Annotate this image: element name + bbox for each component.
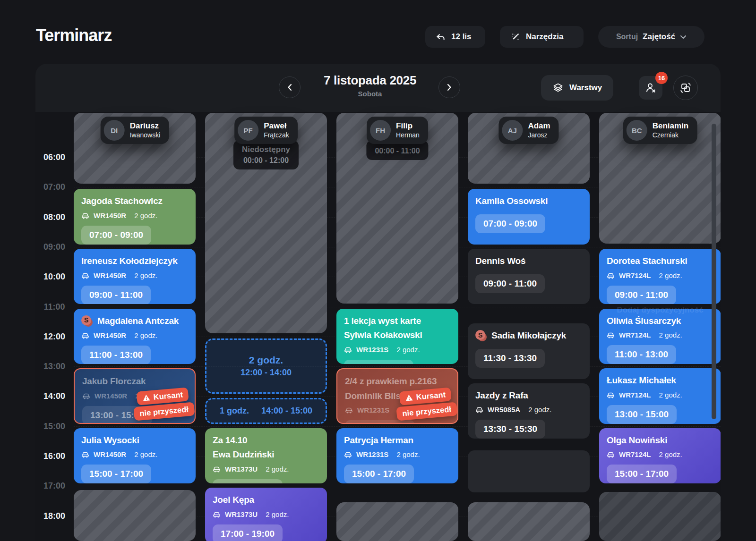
instructor-chip[interactable]: AJAdamJarosz	[498, 117, 558, 144]
event-title-text: Joel Kępa	[213, 494, 254, 506]
avatar: DI	[104, 120, 125, 141]
swap-view-button[interactable]	[673, 76, 698, 100]
vertical-scrollbar[interactable]	[712, 124, 716, 419]
time-label: 11:00	[35, 302, 73, 312]
event-title-text: Julia Wysocki	[81, 435, 139, 447]
instructor-first-name: Filip	[396, 121, 420, 131]
instructor-last-name: Czerniak	[653, 131, 689, 139]
availability-proposal[interactable]: 1 godz.14:00 - 15:00	[205, 398, 327, 423]
vehicle-code: WR7124L	[619, 391, 651, 399]
instructor-column: 00:00 - 11:001 lekcja wyst karteSylwia K…	[336, 112, 458, 541]
schedule-grid: 06:0007:0008:0009:0010:0011:0012:0013:00…	[35, 112, 721, 541]
event-time: 15:00 - 17:00	[344, 465, 414, 483]
person-remove-icon	[644, 82, 657, 94]
availability-proposal[interactable]: 2 godz.12:00 - 14:00	[205, 338, 327, 394]
event-card[interactable]: Łukasz MichałekWR7124L2 godz.13:00 - 15:…	[599, 368, 721, 424]
time-label: 10:00	[35, 272, 73, 282]
event-card[interactable]: Za 14.10Ewa DudzińskiWR1373U2 godz.15:00…	[205, 428, 327, 484]
event-duration: 2 godz.	[134, 211, 157, 220]
event-card[interactable]: Oliwia ŚlusarczykWR7124L2 godz.11:00 - 1…	[599, 309, 721, 364]
instructor-name: AdamJarosz	[528, 121, 550, 139]
previous-day-button[interactable]	[279, 76, 301, 98]
event-title: 1 lekcja wyst karte	[344, 315, 451, 327]
absent-count-badge: 16	[655, 72, 668, 84]
next-day-button[interactable]	[438, 76, 460, 98]
tools-button[interactable]: Narzędzia	[500, 26, 584, 48]
unavailability-text: 00:00 - 11:00	[375, 147, 420, 155]
instructor-name: PawełFrątczak	[264, 121, 289, 139]
vehicle-code: WR1231S	[356, 450, 388, 458]
instructor-first-name: Beniamin	[653, 121, 689, 131]
event-time: 11:30 - 13:30	[475, 349, 545, 368]
event-title-text: Magdalena Antczak	[97, 315, 179, 327]
unavailable-block	[336, 502, 458, 541]
event-duration: 2 godz.	[528, 406, 551, 414]
event-card[interactable]: Joel KępaWR1373U2 godz.17:00 - 19:00	[205, 488, 327, 541]
instructor-chip[interactable]: PFPawełFrątczak	[234, 117, 298, 144]
event-card[interactable]: 2/4 z prawkiem p.2163Dominiik BilskiWR12…	[336, 368, 458, 424]
event-time: 15:00 - 17:00	[81, 465, 151, 483]
car-icon	[81, 212, 89, 219]
event-card[interactable]: Dorotea StachurskiWR7124L2 godz.09:00 - …	[599, 249, 721, 304]
event-meta: WR1373U2 godz.	[213, 510, 319, 518]
event-title-text: Sylwia Kołakowski	[344, 330, 422, 341]
vehicle-code: WR1231S	[357, 406, 389, 414]
event-title-text: Patrycja Herman	[344, 435, 413, 447]
car-icon	[607, 331, 615, 338]
event-card[interactable]: Patrycja HermanWR1231S2 godz.15:00 - 17:…	[336, 428, 458, 484]
event-duration: 2 godz.	[659, 271, 682, 279]
instructor-column: Kamila Ossowski07:00 - 09:00Dennis Woś09…	[468, 112, 590, 541]
event-title-text: Jazdy z Rafa	[475, 390, 528, 402]
event-card[interactable]: Kamila Ossowski07:00 - 09:00	[468, 189, 590, 245]
time-label: 14:00	[35, 391, 73, 401]
car-icon	[213, 465, 221, 473]
event-title: Jakub Florczak	[82, 376, 187, 388]
current-date: 7 listopada 2025	[324, 73, 416, 88]
event-card[interactable]: Julia WysockiWR1450R2 godz.15:00 - 17:00	[74, 428, 196, 484]
car-icon	[344, 346, 352, 353]
event-meta: WR7124L2 godz.	[607, 271, 713, 279]
instructor-chip[interactable]: FHFilipHerman	[367, 117, 428, 144]
event-card[interactable]: Dennis Woś09:00 - 11:00	[468, 249, 590, 304]
event-title-text: Ewa Dudziński	[213, 449, 274, 461]
sort-label: Sortuj	[616, 33, 638, 41]
instructor-chip[interactable]: DIDariuszIwanowski	[101, 117, 169, 144]
event-meta: WR7124L2 godz.	[607, 450, 713, 458]
jump-to-date-button[interactable]: 12 lis	[425, 26, 485, 48]
event-card[interactable]: Jazdy z RafaWR5085A2 godz.13:30 - 15:30	[468, 383, 590, 439]
vehicle-code: WR1450R	[94, 392, 127, 400]
time-label: 12:00	[35, 331, 73, 341]
time-label: 16:00	[35, 451, 73, 461]
absent-students-button[interactable]: 16	[639, 76, 662, 100]
time-label: 06:00	[35, 152, 73, 162]
event-card[interactable]: SMagdalena AntczakWR1450R2 godz.11:00 - …	[74, 309, 196, 364]
event-card[interactable]: SSadia Mikołajczyk11:30 - 13:30	[468, 323, 590, 379]
magic-wand-icon	[510, 32, 520, 42]
payment-coin-letter: S	[81, 315, 91, 325]
event-title-text: Dennis Woś	[475, 255, 525, 267]
instructor-chip[interactable]: BCBeniaminCzerniak	[623, 117, 697, 144]
unavailable-block	[74, 490, 196, 541]
event-card[interactable]: Ireneusz KołodziejczykWR1450R2 godz.09:0…	[74, 249, 196, 304]
event-title-text: Kamila Ossowski	[475, 195, 548, 207]
event-card[interactable]: Jagoda StachowiczWR1450R2 godz.07:00 - 0…	[74, 189, 196, 245]
event-title-text: Dorotea Stachurski	[607, 255, 687, 267]
event-meta: WR7124L2 godz.	[607, 391, 713, 399]
event-title: Joel Kępa	[213, 494, 319, 506]
unavailable-block	[468, 502, 590, 541]
sort-dropdown[interactable]: Sortuj Zajętość	[598, 26, 704, 48]
event-time: 11:00 - 13:00	[344, 360, 413, 364]
vehicle-code: WR5085A	[488, 406, 520, 414]
layers-button[interactable]: Warstwy	[541, 75, 613, 101]
time-label: 07:00	[35, 182, 73, 192]
event-title-text: Sadia Mikołajczyk	[491, 330, 566, 342]
event-card[interactable]: Olga NowińskiWR7124L2 godz.15:00 - 17:00	[599, 428, 721, 484]
event-title: Łukasz Michałek	[607, 375, 713, 387]
car-icon	[81, 272, 89, 279]
empty-slot-card[interactable]	[468, 450, 590, 492]
instructor-first-name: Adam	[528, 121, 550, 131]
avatar: PF	[238, 120, 258, 141]
event-card[interactable]: 1 lekcja wyst karteSylwia KołakowskiWR12…	[336, 309, 458, 364]
event-duration: 2 godz.	[134, 331, 157, 339]
event-card[interactable]: Jakub FlorczakWR1450R2 godz.13:00 - 15:0…	[74, 368, 196, 424]
